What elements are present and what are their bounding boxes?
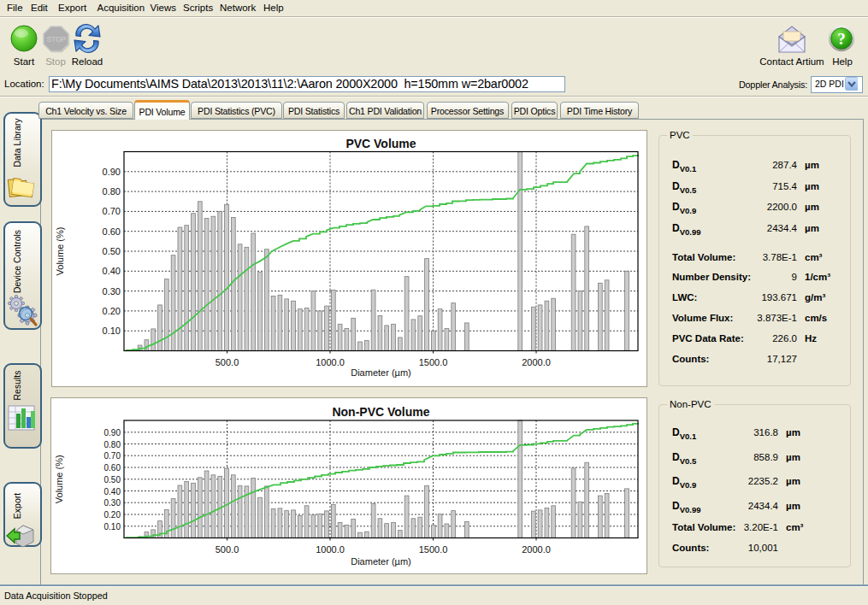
svg-text:Diameter (µm): Diameter (µm) (351, 367, 411, 378)
svg-text:0.50: 0.50 (104, 475, 121, 485)
svg-text:0.50: 0.50 (103, 246, 121, 256)
svg-text:0.60: 0.60 (103, 226, 121, 237)
svg-text:0.40: 0.40 (104, 487, 121, 496)
svg-text:0.80: 0.80 (103, 186, 121, 197)
svg-text:2000.0: 2000.0 (522, 357, 551, 367)
svg-text:0.30: 0.30 (104, 498, 121, 508)
svg-text:1000.0: 1000.0 (316, 544, 345, 555)
svg-text:0.90: 0.90 (103, 167, 121, 177)
svg-text:0.90: 0.90 (104, 428, 121, 438)
svg-text:0.30: 0.30 (103, 286, 121, 297)
svg-text:0.10: 0.10 (103, 326, 121, 336)
svg-text:500.0: 500.0 (216, 544, 239, 555)
svg-text:PVC Volume: PVC Volume (345, 137, 416, 150)
svg-text:0.20: 0.20 (103, 306, 121, 316)
svg-text:0.10: 0.10 (104, 522, 121, 532)
svg-text:STOP: STOP (46, 35, 66, 44)
svg-text:0.20: 0.20 (104, 510, 121, 520)
svg-text:0.70: 0.70 (104, 451, 121, 461)
svg-text:0.60: 0.60 (104, 463, 121, 473)
svg-text:Data Library: Data Library (12, 118, 22, 167)
svg-text:0.70: 0.70 (103, 206, 121, 216)
svg-text:Volume (%): Volume (%) (55, 227, 65, 276)
svg-text:1000.0: 1000.0 (316, 357, 345, 367)
svg-text:Results: Results (12, 370, 22, 400)
svg-text:2000.0: 2000.0 (522, 544, 551, 555)
svg-text:0.40: 0.40 (103, 266, 121, 276)
svg-text:?: ? (837, 30, 846, 48)
svg-text:1500.0: 1500.0 (419, 357, 448, 367)
svg-text:Volume (%): Volume (%) (54, 455, 64, 503)
svg-text:Diameter (µm): Diameter (µm) (351, 556, 411, 567)
svg-text:Device Controls: Device Controls (12, 230, 22, 293)
svg-text:500.0: 500.0 (216, 357, 239, 367)
svg-text:0.80: 0.80 (104, 440, 121, 449)
svg-text:Non-PVC Volume: Non-PVC Volume (332, 405, 429, 419)
svg-text:1500.0: 1500.0 (419, 544, 448, 555)
svg-text:Export: Export (12, 493, 22, 519)
